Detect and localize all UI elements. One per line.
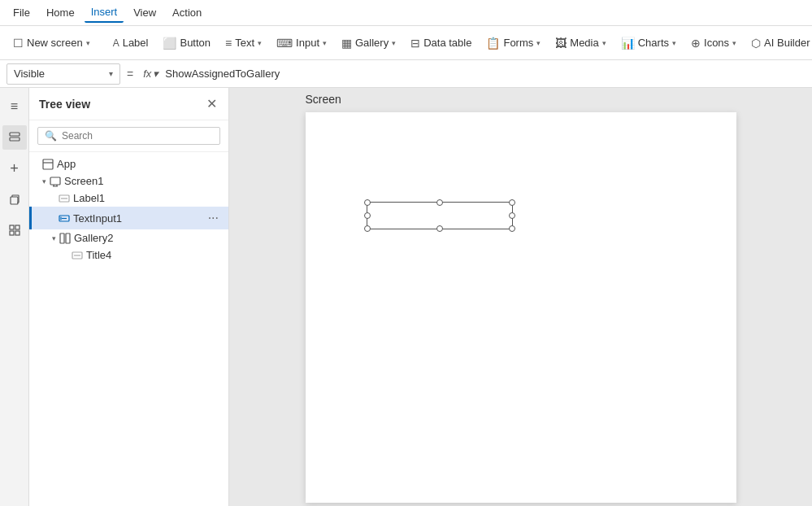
svg-rect-7 [43, 159, 53, 169]
component-icon [8, 224, 21, 237]
hamburger-button[interactable]: ≡ [2, 94, 27, 119]
charts-button[interactable]: 📊 Charts ▾ [614, 33, 683, 53]
canvas-area: Screen [229, 88, 812, 506]
handle-bottom-right[interactable] [509, 225, 515, 232]
button-icon: ⬜ [163, 37, 176, 50]
canvas-page[interactable] [306, 112, 736, 503]
new-screen-button[interactable]: ☐ New screen ▾ [7, 33, 97, 53]
app-label: App [57, 158, 222, 170]
textinput1-more-button[interactable]: ··· [205, 209, 222, 227]
svg-rect-0 [10, 133, 20, 136]
textinput1-label: TextInput1 [73, 212, 202, 225]
layers-icon [8, 131, 21, 144]
label-button[interactable]: A Label [106, 33, 155, 52]
title4-label: Title4 [86, 249, 222, 261]
tree-item-screen1[interactable]: ▾ Screen1 [29, 172, 228, 190]
forms-icon: 📋 [486, 37, 500, 50]
forms-button[interactable]: 📋 Forms ▾ [480, 33, 547, 53]
text-chevron: ▾ [258, 39, 262, 47]
label-icon: A [113, 37, 119, 49]
input-icon: ⌨ [276, 37, 293, 50]
icons-button[interactable]: ⊕ Icons ▾ [684, 33, 743, 53]
button-button[interactable]: ⬜ Button [156, 33, 217, 53]
search-icon: 🔍 [45, 130, 57, 142]
input-chevron: ▾ [323, 39, 327, 47]
data-table-button[interactable]: ⊟ Data table [404, 33, 478, 53]
ai-builder-icon: ⬡ [751, 37, 761, 50]
handle-middle-left[interactable] [364, 212, 371, 219]
tree-item-title4[interactable]: Title4 [29, 246, 228, 264]
media-icon: 🖼 [555, 37, 567, 50]
toolbar: ☐ New screen ▾ A Label ⬜ Button ≡ Text ▾… [0, 26, 812, 60]
screen1-label: Screen1 [64, 175, 222, 187]
handle-bottom-center[interactable] [436, 225, 443, 232]
formula-fx: fx ▾ [140, 68, 162, 80]
text-button[interactable]: ≡ Text ▾ [219, 33, 268, 53]
media-button[interactable]: 🖼 Media ▾ [549, 33, 612, 53]
tree-item-app[interactable]: App [29, 155, 228, 172]
tree-items: App ▾ Screen1 [29, 152, 228, 506]
canvas-textinput1[interactable] [367, 202, 513, 229]
svg-rect-8 [50, 177, 60, 185]
media-chevron: ▾ [602, 39, 606, 47]
main-layout: ≡ + Tree view ✕ [0, 88, 812, 506]
handle-bottom-left[interactable] [364, 225, 371, 232]
search-box[interactable]: 🔍 [37, 127, 220, 145]
new-screen-chevron: ▾ [86, 39, 90, 47]
formula-input[interactable] [165, 68, 805, 80]
fx-label: fx [143, 68, 151, 80]
screen-label: Screen [306, 93, 341, 106]
menu-view[interactable]: View [127, 3, 163, 22]
label1-icon [59, 193, 70, 204]
label1-label: Label1 [73, 192, 222, 204]
ai-builder-button[interactable]: ⬡ AI Builder [745, 33, 812, 53]
gallery-chevron: ▾ [392, 39, 396, 47]
menu-action[interactable]: Action [166, 3, 208, 22]
search-input[interactable] [62, 130, 213, 142]
svg-rect-3 [10, 225, 14, 229]
copy-button[interactable] [2, 187, 27, 212]
menu-insert[interactable]: Insert [85, 2, 124, 23]
svg-rect-12 [66, 233, 70, 243]
icons-chevron: ▾ [732, 39, 736, 47]
canvas-container: Screen [306, 112, 736, 503]
gallery2-icon [59, 233, 71, 244]
handle-top-right[interactable] [509, 199, 515, 206]
title4-icon [72, 250, 83, 261]
menu-home[interactable]: Home [40, 3, 81, 22]
svg-rect-5 [10, 231, 14, 235]
icons-icon: ⊕ [691, 37, 701, 50]
canvas-textinput1-inner [367, 202, 513, 229]
tree-search: 🔍 [29, 120, 228, 152]
formula-equals: = [124, 68, 137, 81]
tree-item-label1[interactable]: Label1 [29, 190, 228, 207]
input-button[interactable]: ⌨ Input ▾ [270, 33, 333, 53]
gallery-icon: ▦ [341, 37, 352, 50]
svg-rect-1 [10, 137, 20, 141]
gallery2-chevron: ▾ [52, 234, 56, 242]
layers-button[interactable] [2, 125, 27, 150]
formula-bar: Visible ▾ = fx ▾ [0, 60, 812, 88]
fx-chevron: ▾ [153, 68, 158, 80]
tree-item-textinput1[interactable]: TextInput1 ··· [29, 207, 228, 229]
menu-bar: File Home Insert View Action [0, 0, 812, 26]
app-icon [42, 159, 54, 170]
data-table-icon: ⊟ [410, 37, 420, 50]
property-selector[interactable]: Visible ▾ [7, 63, 120, 85]
property-chevron: ▾ [109, 69, 113, 78]
tree-close-button[interactable]: ✕ [205, 94, 219, 113]
tree-panel: Tree view ✕ 🔍 App [29, 88, 229, 506]
charts-chevron: ▾ [672, 39, 676, 47]
textinput1-icon [59, 212, 70, 224]
gallery-button[interactable]: ▦ Gallery ▾ [335, 33, 402, 53]
screen1-chevron: ▾ [42, 177, 46, 185]
tree-title: Tree view [39, 98, 90, 111]
menu-file[interactable]: File [7, 3, 37, 22]
handle-top-center[interactable] [436, 199, 443, 206]
add-component-button[interactable]: + [2, 156, 27, 181]
handle-top-left[interactable] [364, 199, 371, 206]
handle-middle-right[interactable] [509, 212, 515, 219]
svg-rect-4 [15, 225, 20, 229]
component-button[interactable] [2, 218, 27, 242]
tree-item-gallery2[interactable]: ▾ Gallery2 [29, 229, 228, 246]
